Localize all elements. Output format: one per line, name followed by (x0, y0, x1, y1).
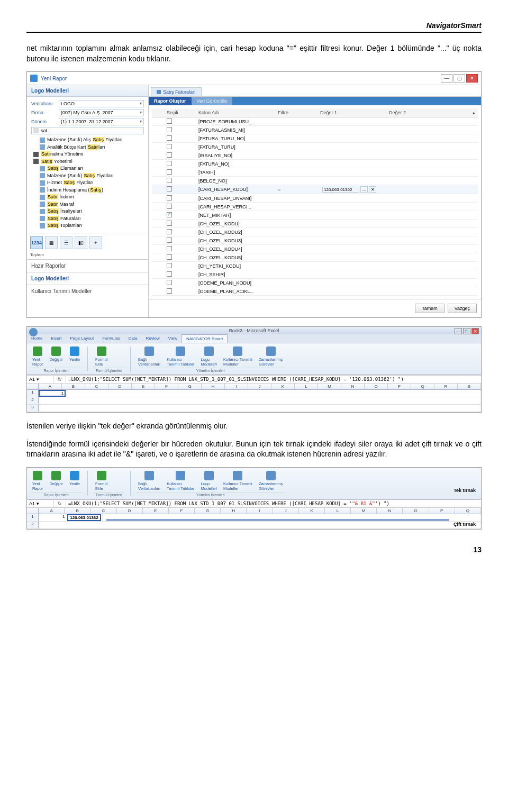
col-header[interactable]: L (325, 508, 351, 514)
grid-row[interactable]: [CH_OZEL_KODU3] (152, 236, 478, 245)
col-header[interactable]: K (271, 384, 295, 389)
col-header[interactable]: G (195, 508, 221, 514)
col-header[interactable]: N (377, 508, 403, 514)
checkbox[interactable] (167, 144, 172, 149)
grid-row[interactable]: [FATURA_TURU] (152, 143, 478, 151)
col-header[interactable]: Q (411, 384, 434, 389)
col-header[interactable]: E (143, 508, 169, 514)
grid-row[interactable]: [IRSALIYE_NO] (152, 151, 478, 160)
ribbon-button[interactable]: Değiştir (47, 470, 65, 492)
col-header[interactable]: R (434, 384, 458, 389)
ribbon-button[interactable]: YeniRapor (30, 345, 45, 368)
formula-input-2[interactable]: =LNX_OKU(1;"SELECT SUM([NET_MIKTAR]) FRO… (66, 500, 481, 507)
ribbon-button[interactable]: Kullanıcı TanımlıModeller (221, 470, 255, 492)
col-header[interactable]: I (247, 508, 273, 514)
ribbon-button[interactable]: Yenile (67, 345, 82, 368)
grid-row[interactable]: [FATURALASMIS_MI] (152, 126, 478, 134)
col-header[interactable]: O (365, 384, 388, 389)
col-header[interactable]: C (85, 384, 108, 389)
grid-row[interactable]: [CARI_HESAP_UNVANI] (152, 194, 478, 203)
maximize-button[interactable]: ▢ (453, 74, 465, 83)
name-box[interactable]: A1 ▾ (27, 376, 53, 383)
excel-minimize[interactable]: — (455, 328, 462, 334)
view-grid-button[interactable]: ▦ (45, 236, 58, 249)
section-kullanici[interactable]: Kullanıcı Tanımlı Modeller (27, 285, 148, 297)
grid-row[interactable]: [NET_MIKTAR] (152, 211, 478, 220)
checkbox[interactable] (167, 169, 172, 175)
fx-icon[interactable]: fx (53, 500, 66, 507)
grid-row[interactable]: [ODEME_PLANI_KODU] (152, 279, 478, 287)
ribbon-tab[interactable]: Page Layout (66, 334, 98, 343)
grid-row[interactable]: [TARIH] (152, 168, 478, 177)
grid-row[interactable]: [CH_YETKI_KODU] (152, 262, 478, 270)
donem-dropdown[interactable]: (1) 1.1.2007..31.12.2007▾ (59, 118, 144, 125)
grid-row[interactable]: [CH_SEHIR] (152, 270, 478, 279)
ribbon-button[interactable]: BağlıVeritabanları (136, 345, 162, 368)
col-header[interactable]: C (90, 508, 116, 514)
checkbox[interactable] (167, 152, 172, 158)
ribbon-button[interactable]: YeniRapor (30, 470, 45, 492)
checkbox[interactable] (167, 221, 172, 226)
col-header[interactable]: S (458, 384, 481, 389)
tree-item[interactable]: Satış Elemanları (31, 165, 144, 172)
checkbox[interactable] (167, 212, 172, 217)
tree-item[interactable]: Satır Masraf (31, 201, 144, 208)
dots-button[interactable]: ... (360, 186, 368, 193)
checkbox[interactable] (167, 263, 172, 268)
firma-dropdown[interactable]: (007) My Gsm A.Ş. 2007▾ (59, 109, 144, 116)
col-header[interactable]: N (341, 384, 365, 389)
grid-row[interactable]: [BELGE_NO] (152, 177, 478, 185)
ribbon-tab[interactable]: Insert (47, 334, 66, 343)
view-list-button[interactable]: ☰ (60, 236, 72, 249)
excel-close[interactable]: ✕ (471, 328, 479, 334)
checkbox[interactable] (167, 280, 172, 285)
col-header[interactable]: M (318, 384, 341, 389)
ribbon-tab[interactable]: Home (27, 334, 47, 343)
grid-row[interactable]: [PROJE_SORUMLUSU_... (152, 117, 478, 126)
scroll-up[interactable]: ▴ (470, 108, 478, 117)
ribbon-button[interactable]: FormülEkle (93, 470, 110, 492)
cell-b1[interactable]: 120.063.01362 (66, 514, 102, 521)
close-button[interactable]: ✕ (466, 74, 478, 83)
row-num[interactable]: 1 (27, 390, 39, 397)
tree-item[interactable]: Malzeme (Sınıfı) Alış Satış Fiyatları (31, 136, 144, 144)
grid-row[interactable]: [FATURA_TURU_NO] (152, 134, 478, 143)
ribbon-button[interactable]: KullanıcıTanımlı Tablolar (165, 470, 196, 492)
tree-item[interactable]: Hizmet Satış Fiyatları (31, 179, 144, 187)
tamam-button[interactable]: Tamam (415, 304, 444, 313)
checkbox[interactable] (167, 246, 172, 251)
tree-item[interactable]: Satış Yönetimi (31, 158, 144, 166)
col-header[interactable]: H (202, 384, 225, 389)
col-header[interactable]: H (221, 508, 247, 514)
ribbon-button[interactable]: ZamanlanmışGörevler (257, 345, 285, 368)
checkbox[interactable] (167, 238, 172, 243)
checkbox[interactable] (167, 127, 172, 132)
minimize-button[interactable]: — (441, 74, 452, 83)
tree-filter-input[interactable]: sat (31, 127, 144, 134)
checkbox[interactable] (167, 178, 172, 183)
col-header[interactable]: G (178, 384, 202, 389)
col-header[interactable]: D (117, 508, 143, 514)
checkbox[interactable] (167, 135, 172, 141)
main-tab[interactable]: Satış Faturaları (151, 87, 202, 96)
ribbon-button[interactable]: FormülEkle (93, 345, 110, 368)
col-header[interactable]: F (155, 384, 178, 389)
ribbon-button[interactable]: ZamanlanmışGörevler (257, 470, 285, 492)
col-header[interactable]: I (225, 384, 248, 389)
checkbox[interactable] (167, 288, 172, 294)
col-header[interactable]: F (169, 508, 195, 514)
vazgec-button[interactable]: Vazgeç (448, 304, 477, 313)
ribbon-button[interactable]: LogoModelleri (199, 470, 219, 492)
formula-input[interactable]: =LNX_OKU(1;"SELECT SUM([NET_MIKTAR]) FRO… (66, 376, 481, 383)
grid-row[interactable]: [CH_OZEL_KODU4] (152, 245, 478, 253)
checkbox[interactable] (167, 195, 172, 200)
cell-a1-2[interactable]: 1 (39, 514, 66, 521)
veritabani-dropdown[interactable]: LOGO▾ (59, 100, 144, 107)
name-box-2[interactable]: A1 ▾ (27, 500, 53, 507)
ribbon-tab[interactable]: Formulas (98, 334, 124, 343)
checkbox[interactable] (167, 161, 172, 166)
tree-item[interactable]: Analitik Bütçe Kart Satırları (31, 144, 144, 151)
col-header[interactable]: A (39, 508, 65, 514)
col-header[interactable]: J (273, 508, 299, 514)
col-header[interactable]: D (108, 384, 132, 389)
